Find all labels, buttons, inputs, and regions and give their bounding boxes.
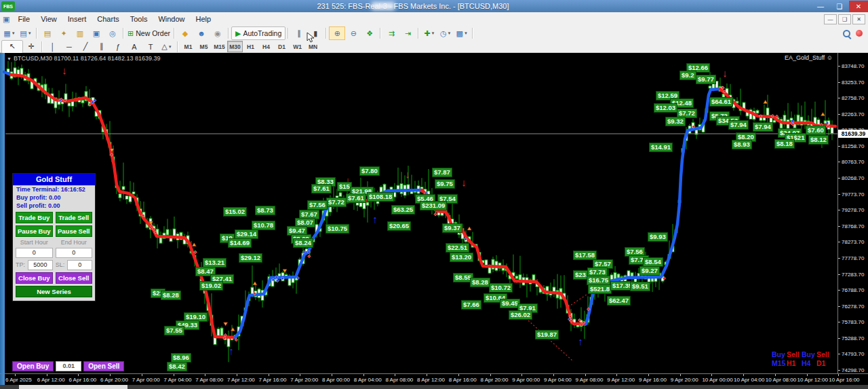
new-series-button[interactable]: New Series bbox=[16, 286, 92, 297]
label-tool-icon[interactable]: T bbox=[142, 40, 159, 54]
profit-label: $7.94 bbox=[728, 120, 749, 130]
time-tick: 7 Apr 00:00 bbox=[132, 377, 160, 383]
time-tick: 8 Apr 12:00 bbox=[417, 377, 445, 383]
menu-view[interactable]: View bbox=[35, 14, 62, 24]
indicators-list-icon[interactable]: ✚▼ bbox=[421, 26, 437, 40]
crosshair-tool-icon[interactable]: ✛ bbox=[23, 40, 39, 54]
metaeditor-icon[interactable]: ◆ bbox=[177, 26, 193, 40]
open-buy-button[interactable]: Open Buy bbox=[12, 361, 54, 371]
close-sell-button[interactable]: Close Sell bbox=[56, 272, 93, 284]
menu-tools[interactable]: Tools bbox=[125, 14, 153, 24]
profiles-icon[interactable]: ▤▼ bbox=[18, 26, 34, 40]
trendline-tool-icon[interactable]: ╱ bbox=[77, 40, 94, 54]
end-hour-input[interactable]: 0 bbox=[56, 248, 93, 258]
open-sell-button[interactable]: Open Sell bbox=[83, 361, 124, 371]
timeframe-h1[interactable]: H1 bbox=[243, 41, 258, 52]
timeframe-m30[interactable]: M30 bbox=[227, 41, 243, 52]
chart-close-button[interactable]: ✕ bbox=[852, 14, 865, 24]
minimize-button[interactable]: — bbox=[811, 1, 830, 12]
data-window-icon[interactable]: ▥ bbox=[72, 26, 88, 40]
menu-file[interactable]: File bbox=[12, 14, 35, 24]
panel-title: Gold Stuff bbox=[13, 174, 95, 185]
chart-restore-button[interactable]: ❑ bbox=[838, 14, 851, 24]
dropdown-arrow-icon[interactable]: ▼ bbox=[448, 31, 452, 35]
timeframe-m1[interactable]: M1 bbox=[180, 41, 196, 52]
trade-buy-button[interactable]: Trade Buy bbox=[16, 212, 53, 223]
sl-input[interactable]: 0 bbox=[67, 260, 92, 270]
sell-arrow-icon: ↓ bbox=[461, 177, 467, 188]
open-controls: Open Buy 0.01 Open Sell bbox=[12, 361, 124, 371]
pause-sell-button[interactable]: Pause Sell bbox=[56, 225, 93, 237]
trade-sell-button[interactable]: Trade Sell bbox=[56, 212, 93, 223]
profit-label: $9.37 bbox=[442, 223, 462, 233]
buy-profit: Buy profit: 0.00 bbox=[13, 193, 95, 202]
dropdown-arrow-icon[interactable]: ▼ bbox=[28, 31, 32, 35]
menu-charts[interactable]: Charts bbox=[92, 14, 124, 24]
market-watch-icon[interactable]: ▤ bbox=[39, 26, 56, 40]
pause-buy-button[interactable]: Pause Buy bbox=[16, 225, 53, 237]
profit-label: $14.69 bbox=[228, 238, 252, 248]
tile-windows-icon[interactable]: ❖ bbox=[361, 26, 378, 40]
menu-window[interactable]: Window bbox=[153, 14, 190, 24]
timeframe-m5[interactable]: M5 bbox=[196, 41, 212, 52]
time-tick: 6 Apr 16:00 bbox=[68, 377, 96, 383]
lot-size-input[interactable]: 0.01 bbox=[56, 361, 81, 371]
auto-scroll-icon[interactable]: ⇉ bbox=[383, 26, 399, 40]
time-axis[interactable]: 6 Apr 20256 Apr 12:006 Apr 16:006 Apr 20… bbox=[0, 373, 868, 385]
chart-shift-icon[interactable]: ⇥ bbox=[399, 26, 416, 40]
timeframe-m15[interactable]: M15 bbox=[212, 41, 227, 52]
price-axis[interactable]: 81639.39 83748.7083253.7082758.7082263.7… bbox=[837, 53, 868, 373]
search-icon[interactable] bbox=[843, 30, 850, 37]
menu-help[interactable]: Help bbox=[191, 14, 217, 24]
timeframe-w1[interactable]: W1 bbox=[290, 41, 305, 52]
terminal-icon[interactable]: ▣ bbox=[88, 26, 104, 40]
close-buy-button[interactable]: Close Buy bbox=[16, 272, 53, 284]
time-tick: 6 Apr 2025 bbox=[5, 377, 32, 383]
new-chart-icon[interactable]: ▦▼ bbox=[1, 26, 18, 40]
strategy-tester-icon[interactable]: ◎ bbox=[104, 26, 121, 40]
vertical-line-tool-icon[interactable]: │ bbox=[45, 40, 61, 54]
profit-label: $17.58 bbox=[573, 251, 597, 260]
autotrading-button[interactable]: ▶AutoTrading bbox=[231, 26, 285, 40]
maximize-button[interactable]: ❑ bbox=[830, 1, 849, 12]
timeframe-h4[interactable]: H4 bbox=[258, 41, 274, 52]
signal-cell: Sell bbox=[816, 350, 831, 359]
close-button[interactable]: ✕ bbox=[849, 1, 868, 12]
text-tool-icon[interactable]: A bbox=[126, 40, 142, 54]
fibonacci-tool-icon[interactable]: ƒ bbox=[110, 40, 126, 54]
channel-tool-icon[interactable]: ∥ bbox=[94, 40, 110, 54]
templates-icon[interactable]: ▩▼ bbox=[454, 26, 470, 40]
profit-label: $8.12 bbox=[808, 135, 829, 145]
zoom-out-icon[interactable]: ⊖ bbox=[345, 26, 361, 40]
chart-window-controls: —❑✕ bbox=[824, 14, 865, 24]
periods-icon[interactable]: ◷▼ bbox=[437, 26, 454, 40]
new-order-button[interactable]: ⊞New Order bbox=[126, 26, 172, 40]
dropdown-arrow-icon[interactable]: ▼ bbox=[12, 31, 16, 35]
dropdown-arrow-icon[interactable]: ▼ bbox=[431, 31, 435, 35]
time-tick: 10 Apr 08:00 bbox=[766, 377, 796, 383]
start-hour-input[interactable]: 0 bbox=[16, 248, 53, 258]
timeframe-d1[interactable]: D1 bbox=[274, 41, 290, 52]
navigator-icon[interactable]: ✦ bbox=[56, 26, 72, 40]
cursor-tool-icon[interactable]: ↖ bbox=[1, 40, 23, 54]
profit-label: $8.28 bbox=[470, 278, 490, 287]
price-tick: 83748.70 bbox=[842, 63, 864, 69]
time-tick: 9 Apr 12:00 bbox=[607, 377, 635, 383]
menu-items: FileViewInsertChartsToolsWindowHelp bbox=[12, 15, 216, 23]
bar-chart-icon[interactable]: ∥ bbox=[291, 26, 307, 40]
notification-bulb-icon[interactable] bbox=[856, 30, 863, 37]
price-tick: 79278.70 bbox=[842, 207, 864, 213]
tp-input[interactable]: 5000 bbox=[28, 260, 53, 270]
mouse-cursor bbox=[307, 33, 316, 43]
community-icon[interactable]: ☻ bbox=[193, 26, 210, 40]
time-tick: 9 Apr 08:00 bbox=[576, 377, 604, 383]
menu-insert[interactable]: Insert bbox=[62, 14, 92, 24]
profit-label: $108.18 bbox=[367, 192, 394, 202]
chart-minimize-button[interactable]: — bbox=[824, 14, 837, 24]
zoom-in-icon[interactable]: ⊕ bbox=[329, 26, 345, 40]
shapes-tool-icon[interactable]: △▼ bbox=[159, 40, 175, 54]
time-tick: 7 Apr 20:00 bbox=[290, 377, 318, 383]
dropdown-arrow-icon[interactable]: ▼ bbox=[464, 31, 468, 35]
notifications-speaker-icon[interactable]: ◉ bbox=[210, 26, 226, 40]
horizontal-line-tool-icon[interactable]: ─ bbox=[61, 40, 77, 54]
